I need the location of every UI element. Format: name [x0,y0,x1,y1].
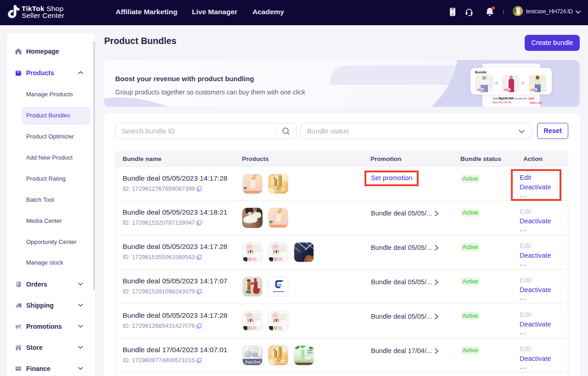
svg-text:FIS: FIS [278,283,281,286]
